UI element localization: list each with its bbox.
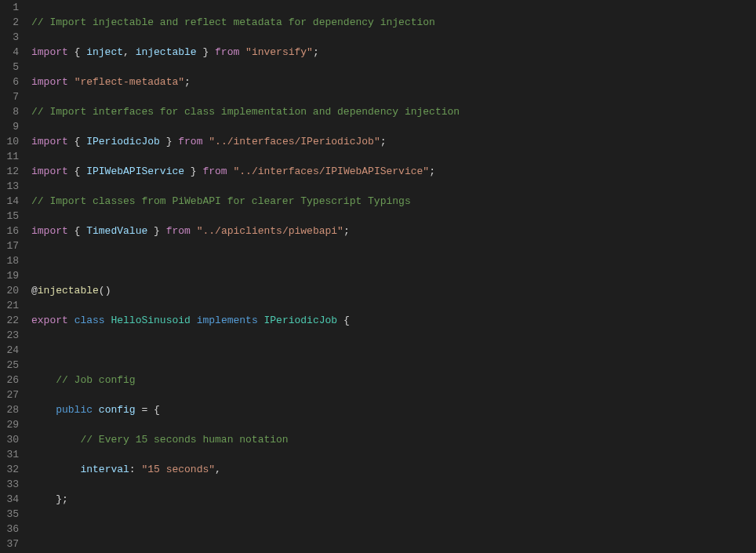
code-line[interactable] — [31, 343, 756, 358]
code-line[interactable]: export class HelloSinusoid implements IP… — [31, 313, 756, 328]
code-line[interactable]: // Import injectable and reflect metadat… — [31, 15, 756, 30]
line-number: 36 — [0, 522, 19, 537]
line-number: 6 — [0, 75, 19, 89]
line-number: 20 — [0, 283, 19, 298]
line-number: 4 — [0, 45, 19, 60]
line-number: 1 — [0, 0, 19, 15]
code-line[interactable]: public config = { — [31, 402, 756, 417]
line-number: 27 — [0, 387, 19, 402]
line-number: 18 — [0, 253, 19, 268]
line-number: 22 — [0, 313, 19, 328]
line-number: 9 — [0, 119, 19, 134]
code-line[interactable] — [31, 522, 756, 537]
code-line[interactable]: // Job config — [31, 373, 756, 387]
line-number: 37 — [0, 537, 19, 551]
line-number: 3 — [0, 30, 19, 45]
line-number: 17 — [0, 238, 19, 253]
code-line[interactable]: // Import interfaces for class implement… — [31, 104, 756, 119]
line-number: 19 — [0, 268, 19, 283]
code-line[interactable]: import { TimedValue } from "../apiclient… — [31, 224, 756, 238]
line-number: 2 — [0, 15, 19, 30]
line-number: 11 — [0, 149, 19, 164]
code-line[interactable]: interval: "15 seconds", — [31, 462, 756, 477]
code-line[interactable]: import "reflect-metadata"; — [31, 75, 756, 89]
line-number: 16 — [0, 224, 19, 238]
line-number: 23 — [0, 328, 19, 343]
line-number: 12 — [0, 164, 19, 179]
line-number: 33 — [0, 477, 19, 492]
code-line[interactable]: import { IPeriodicJob } from "../interfa… — [31, 134, 756, 149]
code-line[interactable]: // Import classes from PiWebAPI for clea… — [31, 194, 756, 209]
line-number: 7 — [0, 89, 19, 104]
line-number: 21 — [0, 298, 19, 313]
line-number: 25 — [0, 358, 19, 373]
line-number: 10 — [0, 134, 19, 149]
code-editor[interactable]: 1 2 3 4 5 6 7 8 9 10 11 12 13 14 15 16 1… — [0, 0, 756, 553]
line-number: 35 — [0, 507, 19, 522]
line-number-gutter: 1 2 3 4 5 6 7 8 9 10 11 12 13 14 15 16 1… — [0, 0, 27, 553]
code-line[interactable]: import { IPIWebAPIService } from "../int… — [31, 164, 756, 179]
line-number: 24 — [0, 343, 19, 358]
code-line[interactable]: @injectable() — [31, 283, 756, 298]
line-number: 26 — [0, 373, 19, 387]
code-line[interactable]: }; — [31, 492, 756, 507]
code-line[interactable] — [31, 253, 756, 268]
line-number: 29 — [0, 417, 19, 432]
line-number: 30 — [0, 432, 19, 447]
line-number: 15 — [0, 209, 19, 224]
code-line[interactable]: import { inject, injectable } from "inve… — [31, 45, 756, 60]
line-number: 31 — [0, 447, 19, 462]
code-content[interactable]: // Import injectable and reflect metadat… — [27, 0, 756, 553]
line-number: 32 — [0, 462, 19, 477]
line-number: 8 — [0, 104, 19, 119]
line-number: 5 — [0, 60, 19, 75]
line-number: 14 — [0, 194, 19, 209]
line-number: 34 — [0, 492, 19, 507]
line-number: 28 — [0, 402, 19, 417]
code-line[interactable]: // Every 15 seconds human notation — [31, 432, 756, 447]
line-number: 13 — [0, 179, 19, 194]
